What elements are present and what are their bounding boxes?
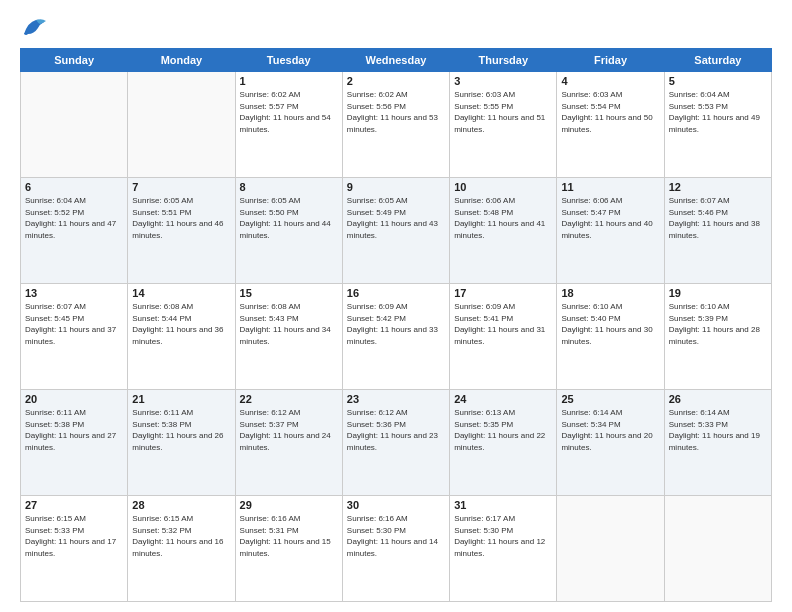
calendar-cell: 21Sunrise: 6:11 AMSunset: 5:38 PMDayligh…: [128, 390, 235, 496]
day-number: 17: [454, 287, 552, 299]
day-info: Sunrise: 6:15 AMSunset: 5:32 PMDaylight:…: [132, 513, 230, 559]
day-number: 3: [454, 75, 552, 87]
calendar-cell: 10Sunrise: 6:06 AMSunset: 5:48 PMDayligh…: [450, 178, 557, 284]
day-info: Sunrise: 6:16 AMSunset: 5:31 PMDaylight:…: [240, 513, 338, 559]
calendar-cell: 19Sunrise: 6:10 AMSunset: 5:39 PMDayligh…: [664, 284, 771, 390]
day-number: 9: [347, 181, 445, 193]
day-number: 7: [132, 181, 230, 193]
calendar-cell: 4Sunrise: 6:03 AMSunset: 5:54 PMDaylight…: [557, 72, 664, 178]
calendar-cell: 2Sunrise: 6:02 AMSunset: 5:56 PMDaylight…: [342, 72, 449, 178]
calendar-cell: 26Sunrise: 6:14 AMSunset: 5:33 PMDayligh…: [664, 390, 771, 496]
calendar-cell: 18Sunrise: 6:10 AMSunset: 5:40 PMDayligh…: [557, 284, 664, 390]
calendar-week-2: 6Sunrise: 6:04 AMSunset: 5:52 PMDaylight…: [21, 178, 772, 284]
day-info: Sunrise: 6:13 AMSunset: 5:35 PMDaylight:…: [454, 407, 552, 453]
day-number: 18: [561, 287, 659, 299]
day-number: 21: [132, 393, 230, 405]
calendar-cell: 20Sunrise: 6:11 AMSunset: 5:38 PMDayligh…: [21, 390, 128, 496]
day-info: Sunrise: 6:05 AMSunset: 5:50 PMDaylight:…: [240, 195, 338, 241]
day-info: Sunrise: 6:11 AMSunset: 5:38 PMDaylight:…: [132, 407, 230, 453]
day-number: 1: [240, 75, 338, 87]
day-info: Sunrise: 6:10 AMSunset: 5:39 PMDaylight:…: [669, 301, 767, 347]
calendar-cell: 24Sunrise: 6:13 AMSunset: 5:35 PMDayligh…: [450, 390, 557, 496]
day-info: Sunrise: 6:07 AMSunset: 5:45 PMDaylight:…: [25, 301, 123, 347]
day-number: 6: [25, 181, 123, 193]
calendar-week-3: 13Sunrise: 6:07 AMSunset: 5:45 PMDayligh…: [21, 284, 772, 390]
calendar-cell: 5Sunrise: 6:04 AMSunset: 5:53 PMDaylight…: [664, 72, 771, 178]
weekday-header-tuesday: Tuesday: [235, 49, 342, 72]
day-info: Sunrise: 6:16 AMSunset: 5:30 PMDaylight:…: [347, 513, 445, 559]
calendar-cell: 3Sunrise: 6:03 AMSunset: 5:55 PMDaylight…: [450, 72, 557, 178]
day-number: 24: [454, 393, 552, 405]
day-info: Sunrise: 6:12 AMSunset: 5:37 PMDaylight:…: [240, 407, 338, 453]
calendar-cell: 11Sunrise: 6:06 AMSunset: 5:47 PMDayligh…: [557, 178, 664, 284]
logo-icon: [20, 16, 48, 38]
calendar-cell: 13Sunrise: 6:07 AMSunset: 5:45 PMDayligh…: [21, 284, 128, 390]
day-info: Sunrise: 6:10 AMSunset: 5:40 PMDaylight:…: [561, 301, 659, 347]
day-number: 10: [454, 181, 552, 193]
day-number: 4: [561, 75, 659, 87]
header: [20, 16, 772, 38]
day-info: Sunrise: 6:03 AMSunset: 5:54 PMDaylight:…: [561, 89, 659, 135]
day-info: Sunrise: 6:14 AMSunset: 5:34 PMDaylight:…: [561, 407, 659, 453]
calendar-cell: 28Sunrise: 6:15 AMSunset: 5:32 PMDayligh…: [128, 496, 235, 602]
calendar-cell: 23Sunrise: 6:12 AMSunset: 5:36 PMDayligh…: [342, 390, 449, 496]
calendar-cell: 1Sunrise: 6:02 AMSunset: 5:57 PMDaylight…: [235, 72, 342, 178]
day-info: Sunrise: 6:12 AMSunset: 5:36 PMDaylight:…: [347, 407, 445, 453]
weekday-header-friday: Friday: [557, 49, 664, 72]
day-number: 27: [25, 499, 123, 511]
calendar-week-5: 27Sunrise: 6:15 AMSunset: 5:33 PMDayligh…: [21, 496, 772, 602]
weekday-header-sunday: Sunday: [21, 49, 128, 72]
day-info: Sunrise: 6:03 AMSunset: 5:55 PMDaylight:…: [454, 89, 552, 135]
calendar-cell: 8Sunrise: 6:05 AMSunset: 5:50 PMDaylight…: [235, 178, 342, 284]
day-info: Sunrise: 6:08 AMSunset: 5:44 PMDaylight:…: [132, 301, 230, 347]
calendar-cell: 25Sunrise: 6:14 AMSunset: 5:34 PMDayligh…: [557, 390, 664, 496]
day-number: 26: [669, 393, 767, 405]
calendar-week-4: 20Sunrise: 6:11 AMSunset: 5:38 PMDayligh…: [21, 390, 772, 496]
calendar-cell: 31Sunrise: 6:17 AMSunset: 5:30 PMDayligh…: [450, 496, 557, 602]
day-info: Sunrise: 6:14 AMSunset: 5:33 PMDaylight:…: [669, 407, 767, 453]
day-info: Sunrise: 6:09 AMSunset: 5:42 PMDaylight:…: [347, 301, 445, 347]
day-number: 12: [669, 181, 767, 193]
calendar-cell: [664, 496, 771, 602]
calendar-cell: [557, 496, 664, 602]
day-info: Sunrise: 6:02 AMSunset: 5:57 PMDaylight:…: [240, 89, 338, 135]
calendar-cell: 14Sunrise: 6:08 AMSunset: 5:44 PMDayligh…: [128, 284, 235, 390]
day-number: 5: [669, 75, 767, 87]
day-info: Sunrise: 6:06 AMSunset: 5:48 PMDaylight:…: [454, 195, 552, 241]
calendar-cell: 6Sunrise: 6:04 AMSunset: 5:52 PMDaylight…: [21, 178, 128, 284]
calendar-cell: 15Sunrise: 6:08 AMSunset: 5:43 PMDayligh…: [235, 284, 342, 390]
day-number: 22: [240, 393, 338, 405]
calendar-table: SundayMondayTuesdayWednesdayThursdayFrid…: [20, 48, 772, 602]
logo: [20, 16, 52, 38]
day-number: 11: [561, 181, 659, 193]
day-info: Sunrise: 6:11 AMSunset: 5:38 PMDaylight:…: [25, 407, 123, 453]
day-number: 29: [240, 499, 338, 511]
day-info: Sunrise: 6:04 AMSunset: 5:53 PMDaylight:…: [669, 89, 767, 135]
day-number: 19: [669, 287, 767, 299]
calendar-cell: 7Sunrise: 6:05 AMSunset: 5:51 PMDaylight…: [128, 178, 235, 284]
day-number: 15: [240, 287, 338, 299]
weekday-header-saturday: Saturday: [664, 49, 771, 72]
day-info: Sunrise: 6:08 AMSunset: 5:43 PMDaylight:…: [240, 301, 338, 347]
day-number: 16: [347, 287, 445, 299]
day-info: Sunrise: 6:06 AMSunset: 5:47 PMDaylight:…: [561, 195, 659, 241]
day-number: 30: [347, 499, 445, 511]
page: SundayMondayTuesdayWednesdayThursdayFrid…: [0, 0, 792, 612]
day-info: Sunrise: 6:15 AMSunset: 5:33 PMDaylight:…: [25, 513, 123, 559]
day-number: 31: [454, 499, 552, 511]
calendar-week-1: 1Sunrise: 6:02 AMSunset: 5:57 PMDaylight…: [21, 72, 772, 178]
calendar-cell: 17Sunrise: 6:09 AMSunset: 5:41 PMDayligh…: [450, 284, 557, 390]
weekday-header-wednesday: Wednesday: [342, 49, 449, 72]
day-number: 28: [132, 499, 230, 511]
calendar-cell: [128, 72, 235, 178]
calendar-cell: 29Sunrise: 6:16 AMSunset: 5:31 PMDayligh…: [235, 496, 342, 602]
calendar-cell: 12Sunrise: 6:07 AMSunset: 5:46 PMDayligh…: [664, 178, 771, 284]
calendar-cell: [21, 72, 128, 178]
calendar-cell: 27Sunrise: 6:15 AMSunset: 5:33 PMDayligh…: [21, 496, 128, 602]
day-number: 2: [347, 75, 445, 87]
day-info: Sunrise: 6:07 AMSunset: 5:46 PMDaylight:…: [669, 195, 767, 241]
weekday-header-monday: Monday: [128, 49, 235, 72]
day-number: 14: [132, 287, 230, 299]
calendar-cell: 30Sunrise: 6:16 AMSunset: 5:30 PMDayligh…: [342, 496, 449, 602]
weekday-header-row: SundayMondayTuesdayWednesdayThursdayFrid…: [21, 49, 772, 72]
